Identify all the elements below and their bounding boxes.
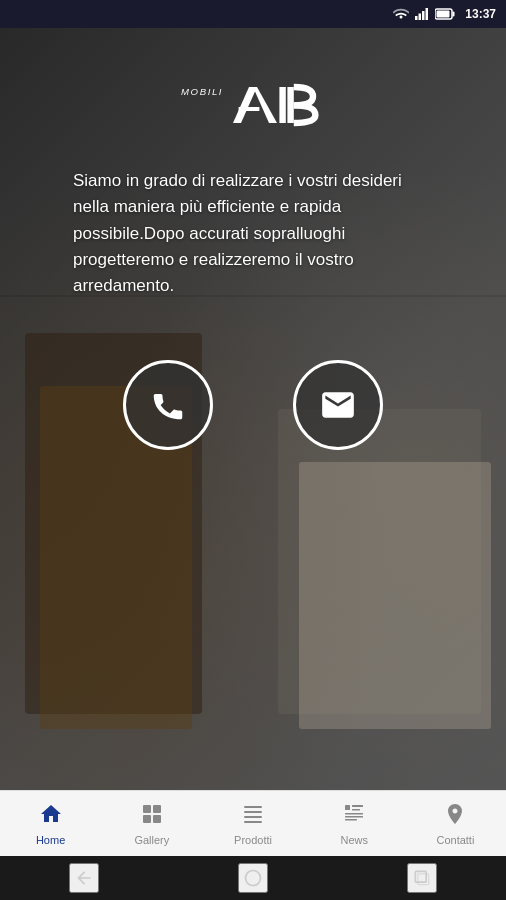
svg-rect-28 bbox=[415, 871, 426, 882]
action-buttons bbox=[123, 360, 383, 450]
contatti-icon bbox=[443, 802, 467, 830]
svg-rect-11 bbox=[279, 87, 285, 123]
bottom-navigation: Home Gallery Prodotti bbox=[0, 790, 506, 856]
prodotti-icon bbox=[241, 802, 265, 830]
svg-rect-27 bbox=[245, 871, 260, 886]
phone-button[interactable] bbox=[123, 360, 213, 450]
status-time: 13:37 bbox=[465, 7, 496, 21]
status-bar: 13:37 bbox=[0, 0, 506, 28]
nav-label-home: Home bbox=[36, 834, 65, 846]
content-panel: MOBILI Siamo in grado di realizzare i vo… bbox=[0, 28, 506, 790]
nav-item-news[interactable]: News bbox=[304, 791, 405, 856]
nav-label-prodotti: Prodotti bbox=[234, 834, 272, 846]
android-home-button[interactable] bbox=[238, 863, 268, 893]
nav-label-gallery: Gallery bbox=[134, 834, 169, 846]
gallery-icon bbox=[140, 802, 164, 830]
nav-item-home[interactable]: Home bbox=[0, 791, 101, 856]
svg-rect-3 bbox=[426, 8, 429, 20]
svg-rect-16 bbox=[153, 815, 161, 823]
svg-rect-6 bbox=[437, 11, 450, 18]
android-nav-bar bbox=[0, 856, 506, 900]
svg-text:MOBILI: MOBILI bbox=[181, 86, 223, 97]
svg-rect-29 bbox=[417, 874, 428, 885]
description-text: Siamo in grado di realizzare i vostri de… bbox=[63, 168, 443, 300]
svg-rect-0 bbox=[415, 16, 418, 20]
svg-rect-24 bbox=[345, 813, 363, 815]
email-icon bbox=[319, 386, 357, 424]
svg-rect-21 bbox=[345, 805, 350, 810]
svg-rect-18 bbox=[244, 811, 262, 813]
svg-rect-15 bbox=[143, 815, 151, 823]
svg-marker-9 bbox=[253, 87, 277, 123]
status-icons: 13:37 bbox=[393, 7, 496, 21]
svg-rect-12 bbox=[287, 87, 293, 123]
email-button[interactable] bbox=[293, 360, 383, 450]
app-logo: MOBILI bbox=[173, 68, 333, 138]
svg-rect-25 bbox=[345, 816, 363, 818]
nav-label-news: News bbox=[340, 834, 368, 846]
svg-rect-20 bbox=[244, 821, 262, 823]
nav-label-contatti: Contatti bbox=[436, 834, 474, 846]
svg-rect-23 bbox=[352, 809, 360, 811]
svg-rect-2 bbox=[422, 11, 425, 20]
main-content-area: MOBILI Siamo in grado di realizzare i vo… bbox=[0, 28, 506, 790]
android-recents-button[interactable] bbox=[407, 863, 437, 893]
svg-rect-1 bbox=[419, 14, 422, 21]
svg-rect-13 bbox=[143, 805, 151, 813]
nav-item-gallery[interactable]: Gallery bbox=[101, 791, 202, 856]
svg-rect-17 bbox=[244, 806, 262, 808]
svg-rect-26 bbox=[345, 819, 357, 821]
svg-rect-10 bbox=[239, 107, 260, 111]
svg-rect-19 bbox=[244, 816, 262, 818]
svg-rect-14 bbox=[153, 805, 161, 813]
logo-area: MOBILI bbox=[173, 68, 333, 138]
svg-marker-8 bbox=[233, 87, 257, 123]
home-icon bbox=[39, 802, 63, 830]
nav-item-contatti[interactable]: Contatti bbox=[405, 791, 506, 856]
news-icon bbox=[342, 802, 366, 830]
svg-rect-5 bbox=[453, 12, 455, 17]
phone-icon bbox=[149, 386, 187, 424]
svg-rect-22 bbox=[352, 805, 363, 807]
android-back-button[interactable] bbox=[69, 863, 99, 893]
nav-item-prodotti[interactable]: Prodotti bbox=[202, 791, 303, 856]
